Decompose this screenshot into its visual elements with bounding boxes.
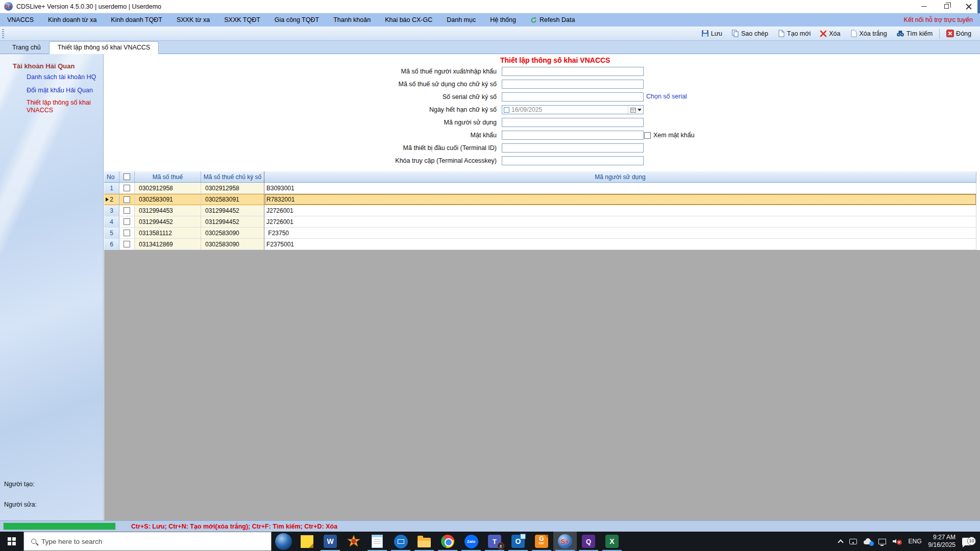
cell-cert-tax-code: 0312994452	[201, 205, 264, 216]
taskbar-star-app[interactable]	[342, 532, 365, 551]
save-button[interactable]: Lưu	[697, 28, 727, 40]
toolbar-separator	[939, 29, 940, 39]
select-all-checkbox[interactable]	[124, 173, 130, 180]
touch-keyboard-icon[interactable]	[849, 539, 857, 544]
taskbar-excel[interactable]: X	[600, 532, 624, 551]
progress-bar	[3, 522, 116, 530]
header-cert-tax-code[interactable]: Mã số thuế chủ ký số	[201, 171, 264, 183]
table-row-selected[interactable]: 2 0302583091 0302583091 R7832001	[104, 194, 977, 205]
clock[interactable]: 9:27 AM 9/16/2025	[928, 534, 955, 549]
taskbar-monitor-app[interactable]	[389, 532, 412, 551]
language-indicator[interactable]: ENG	[909, 538, 922, 545]
copy-button[interactable]: Sao chép	[727, 28, 773, 40]
menu-refresh-data[interactable]: Refesh Data	[523, 13, 582, 27]
cell-no: 6	[104, 239, 119, 250]
date-picker[interactable]: 16/09/2025	[502, 105, 644, 114]
row-checkbox[interactable]	[124, 196, 130, 203]
minimize-button[interactable]	[913, 0, 935, 13]
row-checkbox[interactable]	[124, 207, 130, 214]
delete-button[interactable]: Xóa	[815, 28, 845, 40]
cell-checkbox	[119, 239, 135, 250]
taskbar-zalo[interactable]: Zalo	[459, 532, 483, 551]
choose-serial-link[interactable]: Chọn số serial	[646, 93, 687, 100]
taskbar-cdslive[interactable]: S+	[553, 532, 577, 551]
row-checkbox[interactable]	[124, 185, 130, 191]
foxit-pdf-label: PDF	[539, 541, 545, 546]
table-row[interactable]: 1 0302912958 0302912958 B3093001	[104, 183, 977, 194]
taskbar-sticky-notes[interactable]	[295, 532, 318, 551]
close-form-button[interactable]: Đóng	[942, 28, 976, 40]
taskbar-teams[interactable]: T 2	[483, 532, 506, 551]
input-tax-code[interactable]	[502, 67, 644, 76]
monitor-app-icon	[394, 535, 408, 548]
sidebar-item-vnaccs-settings[interactable]: Thiết lập thông số khai VNACCS	[27, 99, 103, 114]
tab-vnaccs-settings[interactable]: Thiết lập thông số khai VNACCS	[49, 41, 159, 54]
cell-tax-code: 0313581112	[135, 228, 201, 239]
sidebar-item-change-password[interactable]: Đổi mật khẩu Hải Quan	[27, 87, 93, 94]
menu-sxxk-tqdt[interactable]: SXXK TQĐT	[217, 13, 267, 27]
taskbar-foxit-pdf[interactable]: G PDF	[530, 532, 553, 551]
input-terminal-id[interactable]	[502, 143, 644, 153]
close-button[interactable]	[958, 0, 980, 13]
refresh-icon	[530, 17, 537, 23]
menu-sxxk-tu-xa[interactable]: SXXK từ xa	[169, 13, 217, 27]
show-password-checkbox[interactable]	[644, 132, 651, 139]
notification-center-icon[interactable]: 10	[962, 538, 971, 545]
input-user-code[interactable]	[502, 118, 644, 127]
volume-muted-icon[interactable]	[893, 538, 902, 545]
menu-gia-cong-tqdt[interactable]: Gia công TQĐT	[267, 13, 326, 27]
input-terminal-accesskey[interactable]	[502, 156, 644, 165]
new-document-icon	[777, 30, 785, 37]
row-checkbox[interactable]	[124, 218, 130, 225]
input-password[interactable]	[502, 131, 644, 140]
date-dropdown-button[interactable]	[628, 106, 643, 114]
zalo-icon: Zalo	[464, 535, 478, 548]
tray-expand-chevron-icon[interactable]	[838, 539, 843, 545]
menu-kinh-doanh-tu-xa[interactable]: Kinh doanh từ xa	[41, 13, 104, 27]
header-tax-code[interactable]: Mã số thuế	[135, 171, 201, 183]
taskbar-notepad[interactable]	[365, 532, 389, 551]
clear-button[interactable]: Xóa trắng	[845, 28, 892, 40]
menu-he-thong[interactable]: Hệ thống	[483, 13, 523, 27]
row-checkbox[interactable]	[124, 230, 130, 236]
table-row[interactable]: 6 0313412869 0302583090 F2375001	[104, 239, 977, 250]
table-row[interactable]: 3 0312994453 0312994452 J2726001	[104, 205, 977, 216]
outlook-icon: O	[511, 535, 525, 548]
restore-button[interactable]	[935, 0, 958, 13]
menu-thanh-khoan[interactable]: Thanh khoản	[326, 13, 378, 27]
header-no[interactable]: No	[104, 171, 119, 183]
start-button[interactable]	[0, 532, 23, 551]
application-window: S+ CDSLive+ Version 4.5.0.30 | userdemo …	[0, 0, 980, 551]
menu-danh-muc[interactable]: Danh mục	[439, 13, 483, 27]
taskbar-file-explorer[interactable]	[412, 532, 436, 551]
table-row[interactable]: 4 0312994452 0312994452 J2726001	[104, 216, 977, 228]
menu-khai-bao-cx-gc[interactable]: Khai báo CX-GC	[378, 13, 439, 27]
online-support-link[interactable]: Kết nối hỗ trợ trực tuyến	[904, 16, 980, 23]
cell-user-code: J2726001	[264, 216, 976, 228]
taskbar-word[interactable]: W	[318, 532, 342, 551]
onedrive-cloud-icon[interactable]	[864, 540, 872, 544]
date-checkbox[interactable]	[504, 107, 509, 113]
taskbar-globe-browser[interactable]	[272, 532, 295, 551]
label-password: Mật khẩu	[104, 131, 497, 140]
table-row[interactable]: 5 0313581112 0302583090 F23750	[104, 228, 977, 239]
taskbar-search[interactable]: Type here to search	[23, 532, 272, 551]
blank-document-icon	[850, 30, 857, 37]
sidebar-item-account-list[interactable]: Danh sách tài khoản HQ	[27, 73, 96, 81]
star-app-icon	[347, 535, 360, 548]
menu-vnaccs[interactable]: VNACCS	[0, 13, 41, 27]
network-icon[interactable]	[878, 539, 886, 544]
input-cert-tax-code[interactable]	[502, 80, 644, 89]
tab-home[interactable]: Trang chủ	[4, 42, 49, 54]
header-user-code[interactable]: Mã người sử dụng	[264, 171, 976, 183]
taskbar-chrome[interactable]	[436, 532, 459, 551]
taskbar-purple-app[interactable]: Q	[577, 532, 600, 551]
toolbar-grip[interactable]	[2, 29, 4, 38]
menu-kinh-doanh-tqdt[interactable]: Kinh doanh TQĐT	[104, 13, 169, 27]
search-button[interactable]: Tìm kiếm	[892, 28, 937, 40]
cell-cert-tax-code: 0302912958	[201, 183, 264, 194]
taskbar-outlook[interactable]: O	[506, 532, 530, 551]
row-checkbox[interactable]	[124, 241, 130, 247]
new-button[interactable]: Tạo mới	[773, 28, 815, 40]
input-serial[interactable]	[502, 92, 644, 102]
